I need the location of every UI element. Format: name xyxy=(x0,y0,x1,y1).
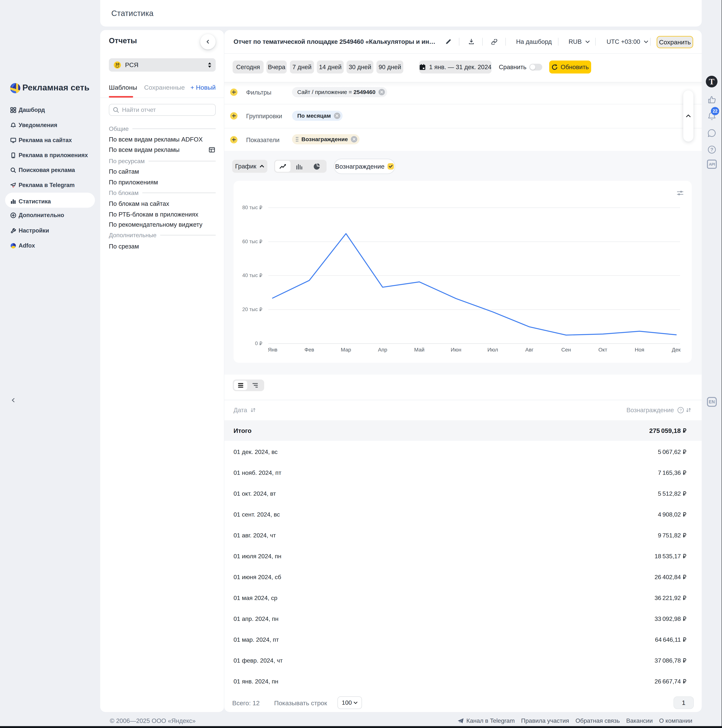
svg-text:?: ? xyxy=(679,408,682,412)
svg-text:β: β xyxy=(13,185,14,188)
svg-text:?: ? xyxy=(710,147,713,153)
